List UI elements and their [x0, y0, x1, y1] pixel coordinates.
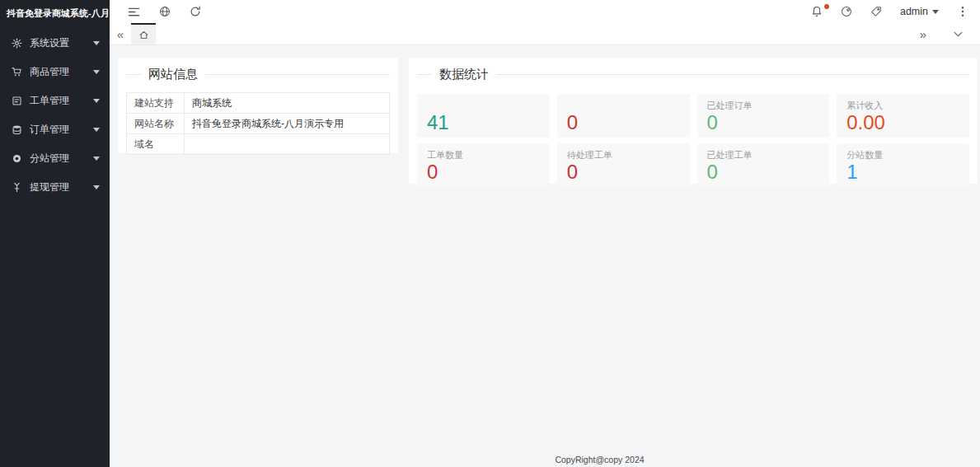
- stat-value: 0.00: [846, 111, 959, 135]
- tabs-dropdown-icon[interactable]: [947, 31, 968, 37]
- sidebar-item-label: 分站管理: [30, 152, 93, 166]
- username: admin: [900, 6, 928, 17]
- tab-right-tools: »: [912, 23, 980, 44]
- row-label: 建站支持: [127, 93, 185, 114]
- divider: [205, 74, 390, 75]
- table-row: 网站名称 抖音免登录商城系统-八月演示专用: [127, 114, 390, 134]
- ticket-icon: [11, 96, 22, 107]
- tab-home[interactable]: [131, 23, 156, 44]
- notification-dot: [824, 4, 829, 9]
- refresh-icon[interactable]: [189, 6, 201, 18]
- site-info-panel: 网站信息 建站支持 商城系统 网站名称 抖音免登录商城系统-八月演示专用 域名: [118, 58, 398, 153]
- stat-label: 累计收入: [846, 100, 959, 110]
- chevron-down-icon: [93, 41, 100, 45]
- stat-value: 1: [846, 161, 959, 184]
- stat-card: 累计收入 0.00: [837, 94, 969, 138]
- table-row: 建站支持 商城系统: [127, 93, 390, 114]
- header-left-tools: [110, 6, 201, 18]
- sidebar-item-label: 系统设置: [30, 36, 93, 50]
- stat-value: 0: [707, 111, 820, 135]
- top-header: admin: [110, 0, 980, 23]
- site-icon: [11, 153, 22, 165]
- tab-spacer: [156, 23, 912, 44]
- stat-label: [567, 100, 680, 110]
- row-value: 抖音免登录商城系统-八月演示专用: [185, 114, 390, 134]
- sidebar: 抖音免登录商城系统-八月 系统设置 商品管理 工单管理: [0, 0, 110, 467]
- chevron-down-icon: [93, 70, 100, 74]
- stat-value: 0: [567, 111, 680, 135]
- stat-card: 已处理工单 0: [697, 143, 830, 187]
- withdraw-icon: [11, 182, 22, 194]
- home-icon: [138, 30, 149, 40]
- stat-value: 0: [427, 161, 540, 184]
- stat-value: 0: [567, 161, 680, 184]
- sidebar-item-substation-management[interactable]: 分站管理: [0, 144, 110, 173]
- orders-icon: [11, 124, 22, 136]
- stat-card: 工单数量 0: [417, 143, 550, 187]
- tab-bar: « »: [110, 23, 980, 45]
- header-right-tools: admin: [811, 6, 980, 18]
- stat-value: 41: [427, 111, 540, 135]
- sidebar-nav: 系统设置 商品管理 工单管理 订单管理: [0, 26, 110, 202]
- statistics-legend: 数据统计: [417, 65, 969, 83]
- divider: [417, 74, 432, 75]
- chevron-down-icon: [93, 185, 100, 189]
- sidebar-item-label: 提现管理: [30, 180, 93, 194]
- sidebar-item-order-management[interactable]: 订单管理: [0, 115, 110, 144]
- copyright-footer: CopyRight@copy 2024: [219, 455, 980, 465]
- sidebar-item-system-settings[interactable]: 系统设置: [0, 29, 110, 58]
- tabs-scroll-left-icon[interactable]: «: [110, 23, 131, 44]
- sidebar-item-product-management[interactable]: 商品管理: [0, 58, 110, 86]
- stat-card: 已处理订单 0: [697, 94, 830, 138]
- chevron-down-icon: [93, 128, 100, 132]
- kebab-menu-icon[interactable]: [956, 6, 968, 18]
- stat-label: 分站数量: [846, 149, 959, 160]
- chevron-down-icon: [93, 99, 100, 103]
- theme-palette-icon[interactable]: [841, 6, 853, 18]
- bell-icon[interactable]: [811, 6, 823, 18]
- stat-label: 待处理工单: [567, 149, 680, 160]
- row-value: [185, 134, 390, 155]
- sidebar-item-ticket-management[interactable]: 工单管理: [0, 86, 110, 115]
- sidebar-item-label: 商品管理: [30, 65, 93, 79]
- stat-label: 工单数量: [427, 149, 540, 160]
- main-content: 网站信息 建站支持 商城系统 网站名称 抖音免登录商城系统-八月演示专用 域名: [110, 45, 980, 467]
- stat-card: 0: [557, 94, 690, 138]
- statistics-panel: 数据统计 41 0 已处理订单 0 累计收入 0.00 工单数量 0: [409, 58, 978, 184]
- sidebar-item-withdraw-management[interactable]: 提现管理: [0, 173, 110, 202]
- sidebar-item-label: 工单管理: [30, 94, 93, 108]
- stat-card: 41: [417, 94, 550, 138]
- chevron-down-icon: [932, 10, 939, 14]
- sidebar-item-label: 订单管理: [30, 123, 93, 137]
- panel-title: 网站信息: [141, 67, 205, 82]
- stat-label: 已处理工单: [707, 149, 820, 160]
- panel-title: 数据统计: [432, 67, 496, 82]
- cart-icon: [11, 67, 22, 78]
- row-value: 商城系统: [185, 93, 390, 114]
- divider: [496, 74, 969, 75]
- stat-grid: 41 0 已处理订单 0 累计收入 0.00 工单数量 0 待处理工单 0: [417, 94, 969, 187]
- table-row: 域名: [127, 134, 390, 155]
- user-menu[interactable]: admin: [900, 6, 939, 17]
- stat-label: 已处理订单: [707, 100, 820, 110]
- divider: [126, 74, 141, 75]
- globe-icon[interactable]: [158, 6, 171, 18]
- stat-label: [427, 100, 540, 110]
- site-info-table: 建站支持 商城系统 网站名称 抖音免登录商城系统-八月演示专用 域名: [126, 92, 390, 155]
- stat-card: 分站数量 1: [837, 143, 969, 187]
- stat-card: 待处理工单 0: [557, 143, 690, 187]
- chevron-down-icon: [93, 156, 100, 161]
- row-label: 域名: [127, 134, 185, 155]
- app-title: 抖音免登录商城系统-八月: [0, 0, 110, 26]
- stat-value: 0: [707, 161, 820, 184]
- tabs-scroll-right-icon[interactable]: »: [912, 27, 934, 41]
- site-info-legend: 网站信息: [126, 65, 390, 83]
- menu-collapse-icon[interactable]: [128, 6, 140, 18]
- tag-icon[interactable]: [870, 6, 883, 18]
- row-label: 网站名称: [127, 114, 185, 134]
- gear-icon: [11, 38, 22, 49]
